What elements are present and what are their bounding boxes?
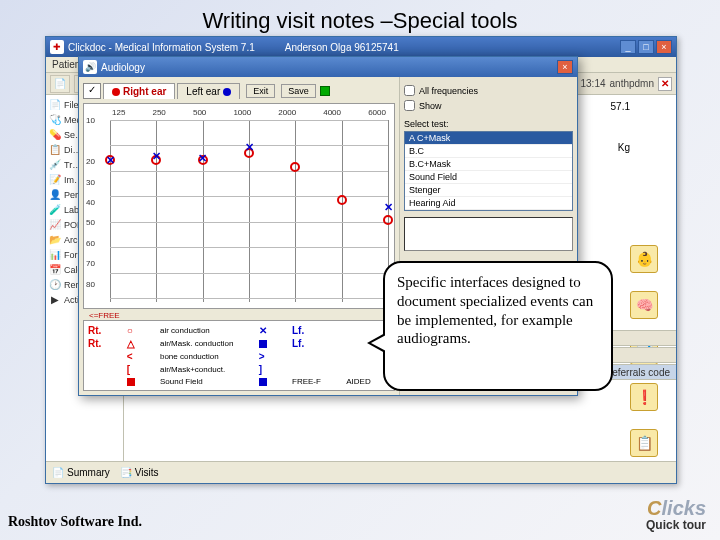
- tab-right-label: Right ear: [123, 86, 166, 97]
- list-item[interactable]: B.C: [405, 145, 572, 158]
- dialog-title: Audiology: [101, 62, 145, 73]
- app-titlebar[interactable]: ✚ Clickdoc - Medical Information System …: [46, 37, 676, 57]
- app-icon: ✚: [50, 40, 64, 54]
- point-x: ✕: [151, 151, 161, 161]
- referrals-code-label: Referrals code: [605, 367, 670, 378]
- tab-left-ear[interactable]: Left ear: [177, 83, 240, 99]
- dialog-titlebar[interactable]: 🔊 Audiology ×: [79, 57, 577, 77]
- y-label: 40: [86, 197, 95, 206]
- save-button[interactable]: Save: [281, 84, 316, 98]
- circle-icon: ○: [127, 325, 154, 336]
- exit-button[interactable]: Exit: [246, 84, 275, 98]
- side-btn-4[interactable]: ❗: [630, 383, 658, 411]
- y-label: 10: [86, 116, 95, 125]
- maximize-button[interactable]: □: [638, 40, 654, 54]
- freq-label: 2000: [278, 108, 296, 117]
- notes-textarea[interactable]: [404, 217, 573, 251]
- legend-text: bone conduction: [160, 352, 253, 361]
- legend-text: air/Mask. conduction: [160, 339, 253, 348]
- app-title: Clickdoc - Medical Information System 7.…: [68, 42, 255, 53]
- tab-right-ear[interactable]: Right ear: [103, 83, 175, 99]
- status-summary[interactable]: 📄Summary: [52, 467, 110, 478]
- checkbox-label: All frequencies: [419, 86, 478, 96]
- y-label: 70: [86, 259, 95, 268]
- bracket-icon: >: [259, 351, 286, 362]
- check-toggle[interactable]: ✓: [83, 83, 101, 99]
- minimize-button[interactable]: _: [620, 40, 636, 54]
- clipboard-icon: 📋: [48, 143, 61, 156]
- list-item[interactable]: Sound Field: [405, 171, 572, 184]
- y-label: 80: [86, 279, 95, 288]
- point-x: ✕: [244, 142, 254, 152]
- y-label: 60: [86, 238, 95, 247]
- list-item[interactable]: Stenger: [405, 184, 572, 197]
- freq-header: 125 250 500 1000 2000 4000 6000: [108, 108, 390, 117]
- dialog-close-button[interactable]: ×: [557, 60, 573, 74]
- flask-icon: 🧪: [48, 203, 61, 216]
- y-label: 30: [86, 177, 95, 186]
- status-visits-label: Visits: [135, 467, 159, 478]
- footer-quicktour: Quick tour: [646, 518, 706, 532]
- point-x: ✕: [198, 153, 208, 163]
- point-o: [290, 162, 300, 172]
- tab-left-label: Left ear: [186, 86, 220, 97]
- list-item[interactable]: B.C+Mask: [405, 158, 572, 171]
- play-icon: ▶: [48, 293, 61, 306]
- file-icon: 📄: [48, 98, 61, 111]
- legend-text: air/Mask+conduct.: [160, 365, 253, 374]
- bracket-icon: ]: [259, 364, 286, 375]
- toolbar-btn-1[interactable]: 📄: [50, 75, 70, 93]
- point-x: ✕: [383, 202, 393, 212]
- square-icon: [259, 378, 267, 386]
- folder-icon: 📂: [48, 233, 61, 246]
- audiogram-chart[interactable]: 125 250 500 1000 2000 4000 6000 10 20 30…: [83, 103, 395, 309]
- list-item[interactable]: Hearing Aid: [405, 197, 572, 210]
- person-icon: 👤: [48, 188, 61, 201]
- freq-label: 1000: [233, 108, 251, 117]
- blue-dot-icon: [223, 88, 231, 96]
- side-btn-2[interactable]: 🧠: [630, 291, 658, 319]
- show-checkbox[interactable]: Show: [404, 100, 573, 111]
- clock-icon: 🕑: [48, 278, 61, 291]
- patient-name: Anderson Olga 96125741: [285, 42, 399, 53]
- statusbar: 📄Summary 📑Visits: [46, 461, 676, 483]
- syringe-icon: 💉: [48, 158, 61, 171]
- x-icon: ✕: [259, 325, 286, 336]
- forms-icon: 📊: [48, 248, 61, 261]
- footer-company: Roshtov Software Ind.: [8, 514, 142, 530]
- stetho-icon: 🩺: [48, 113, 61, 126]
- close-button[interactable]: ×: [656, 40, 672, 54]
- clicks-logo: Clicks: [647, 497, 706, 520]
- pill-icon: 💊: [48, 128, 61, 141]
- red-dot-icon: [112, 88, 120, 96]
- freq-label: 250: [152, 108, 165, 117]
- square-icon: [127, 378, 135, 386]
- lf-label: Lf.: [292, 325, 340, 336]
- slide-title: Writing visit notes –Special tools: [0, 0, 720, 38]
- y-label: 50: [86, 218, 95, 227]
- legend-text: FREE-F: [292, 377, 340, 386]
- all-freq-checkbox[interactable]: All frequencies: [404, 85, 573, 96]
- user-text: anthpdmn: [610, 78, 654, 89]
- point-o: [383, 215, 393, 225]
- callout-bubble: Specific interfaces designed to document…: [383, 261, 613, 391]
- test-listbox[interactable]: A C+Mask B.C B.C+Mask Sound Field Stenge…: [404, 131, 573, 211]
- note-icon: 📝: [48, 173, 61, 186]
- status-visits[interactable]: 📑Visits: [120, 467, 159, 478]
- lf-label: Lf.: [292, 338, 340, 349]
- status-summary-label: Summary: [67, 467, 110, 478]
- side-btn-5[interactable]: 📋: [630, 429, 658, 457]
- list-item[interactable]: A C+Mask: [405, 132, 572, 145]
- freq-label: 125: [112, 108, 125, 117]
- square-icon: [259, 340, 267, 348]
- bracket-icon: [: [127, 364, 154, 375]
- freq-label: 6000: [368, 108, 386, 117]
- summary-icon: 📄: [52, 467, 64, 478]
- rt-label: Rt.: [88, 338, 121, 349]
- close-flag-icon[interactable]: ✕: [658, 77, 672, 91]
- side-btn-1[interactable]: 👶: [630, 245, 658, 273]
- visits-icon: 📑: [120, 467, 132, 478]
- age-value: 57.1: [611, 101, 630, 112]
- kg-label: Kg: [618, 142, 630, 153]
- checkbox-label: Show: [419, 101, 442, 111]
